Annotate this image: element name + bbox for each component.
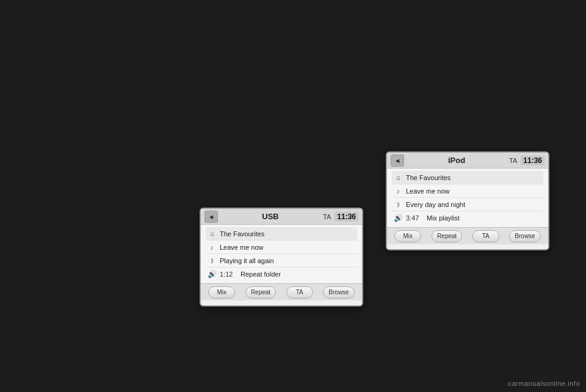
ipod-source-label: iPod (404, 156, 509, 165)
note-icon (207, 229, 217, 239)
ipod-screen-panel: ◄ iPod TA 11:36 The Favourites Leave me … (386, 151, 549, 250)
usb-track-item[interactable]: Leave me now (206, 241, 357, 254)
usb-ta-button[interactable]: TA (286, 286, 313, 299)
watermark: carmanualsonline.info (508, 380, 580, 387)
ipod-ta-label: TA (509, 157, 517, 164)
usb-browse-button[interactable]: Browse (323, 286, 354, 299)
ipod-track-item-playing[interactable]: 🔊 3:47 Mix playlist (392, 211, 543, 225)
ipod-track-item[interactable]: Leave me now (392, 184, 543, 198)
usb-track-name: Leave me now (220, 244, 264, 251)
note-single-icon (393, 186, 403, 196)
usb-button-bar: Mix Repeat TA Browse (201, 283, 362, 300)
ipod-back-button[interactable]: ◄ (391, 154, 404, 167)
ipod-track-item[interactable]: Every day and night (392, 198, 543, 211)
speaker-icon: 🔊 (207, 269, 217, 279)
usb-time-display: 11:36 (335, 212, 358, 222)
usb-track-time: 1:12 (220, 270, 237, 278)
usb-screen-panel: ◄ USB TA 11:36 The Favourites Leave me n… (200, 208, 363, 307)
ipod-track-name: Every day and night (406, 201, 465, 208)
usb-track-name: Repeat folder (241, 270, 281, 278)
page-background: ◄ USB TA 11:36 The Favourites Leave me n… (0, 0, 586, 392)
ipod-track-name: The Favourites (406, 174, 450, 181)
ipod-track-name: Leave me now (406, 187, 450, 195)
usb-track-item[interactable]: Playing it all again (206, 254, 357, 267)
ipod-track-item[interactable]: The Favourites (392, 171, 543, 184)
speaker-icon: 🔊 (393, 213, 403, 223)
usb-track-item-playing[interactable]: 🔊 1:12 Repeat folder (206, 267, 357, 281)
usb-source-label: USB (218, 212, 323, 221)
note-icon (393, 173, 403, 183)
ipod-screen-header: ◄ iPod TA 11:36 (387, 153, 548, 169)
note-single-icon (207, 242, 217, 252)
ipod-mix-button[interactable]: Mix (394, 230, 421, 242)
play-arrow-icon (393, 200, 403, 209)
usb-track-name: Playing it all again (220, 257, 274, 264)
ipod-button-bar: Mix Repeat TA Browse (387, 227, 548, 244)
play-arrow-icon (207, 256, 217, 266)
usb-repeat-button[interactable]: Repeat (245, 286, 276, 299)
ipod-track-name: Mix playlist (427, 214, 460, 222)
ipod-repeat-button[interactable]: Repeat (432, 230, 462, 242)
usb-track-name: The Favourites (220, 230, 264, 238)
ipod-track-list: The Favourites Leave me now Every day an… (387, 169, 548, 227)
ipod-track-time: 3:47 (406, 214, 423, 222)
usb-back-button[interactable]: ◄ (204, 211, 218, 223)
usb-track-item[interactable]: The Favourites (206, 227, 357, 241)
usb-screen-header: ◄ USB TA 11:36 (201, 209, 362, 225)
usb-track-list: The Favourites Leave me now Playing it a… (201, 225, 362, 283)
usb-ta-label: TA (323, 213, 331, 220)
ipod-browse-button[interactable]: Browse (509, 230, 540, 242)
usb-mix-button[interactable]: Mix (208, 286, 235, 299)
ipod-time-display: 11:36 (521, 156, 544, 165)
ipod-ta-button[interactable]: TA (472, 230, 499, 242)
